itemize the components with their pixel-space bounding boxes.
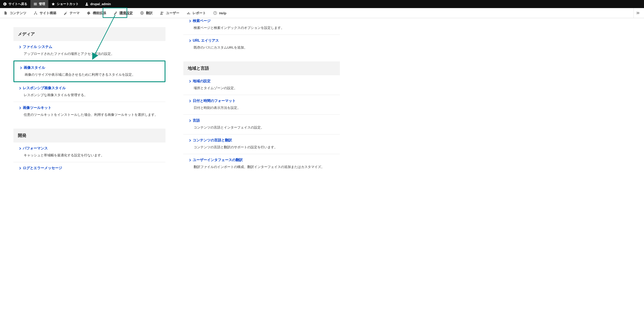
config-item-datetime: 日付と時間のフォーマット 日付と時刻の表示方法を設定。 <box>183 95 340 115</box>
config-link-responsive-image[interactable]: レスポンシブ画像スタイル <box>19 86 164 90</box>
admin-menu-label: ユーザー <box>166 11 179 15</box>
admin-menu-label: レポート <box>192 11 206 15</box>
admin-menu-structure[interactable]: サイト構築 <box>30 8 60 18</box>
people-icon <box>160 11 164 15</box>
admin-menu-label: コンテンツ <box>10 11 26 15</box>
config-desc: 既存のパスにカスタムURLを追加。 <box>189 45 339 50</box>
hamburger-icon <box>34 2 37 6</box>
admin-menu-label: サイト構築 <box>40 11 56 15</box>
config-item-regional: 地域の設定 場所とタイムゾーンの設定。 <box>183 75 340 95</box>
svg-rect-10 <box>188 12 189 14</box>
admin-menu-label: 機能拡張 <box>93 11 106 15</box>
config-item-image-toolkit: 画像ツールキット 任意のツールキットをインストールした場合、利用する画像ツールキ… <box>14 102 166 121</box>
extend-icon <box>87 11 91 15</box>
admin-menu-content[interactable]: コンテンツ <box>0 8 30 18</box>
config-link-ui-translation[interactable]: ユーザーインタフェースの翻訳 <box>189 158 339 162</box>
config-item-ui-translation: ユーザーインタフェースの翻訳 翻訳ファイルのインポートの構成、翻訳インターフェイ… <box>183 154 340 174</box>
admin-menu-help[interactable]: ? Help <box>210 8 230 18</box>
config-link-url-alias[interactable]: URL エイリアス <box>189 38 339 43</box>
config-desc: コンテンツの言語と翻訳のサポートの設定を行います。 <box>189 144 339 150</box>
config-link-image-styles[interactable]: 画像スタイル <box>20 65 162 70</box>
chevron-right-icon <box>18 87 21 89</box>
config-desc: 検索ページと検索インデックスのオプションを設定します。 <box>189 25 339 31</box>
content-wrap: メディア ファイル システム アップロードされたファイルの場所とアクセス方法の設… <box>0 18 644 174</box>
svg-point-1 <box>86 3 88 4</box>
translate-icon <box>140 11 144 15</box>
chevron-right-icon <box>18 147 21 150</box>
config-item-search-pages: 検索ページ 検索ページと検索インデックスのオプションを設定します。 <box>183 19 340 35</box>
admin-menu-label: 環境設定 <box>120 11 133 15</box>
config-item-language: 言語 コンテンツの言語とインターフェイスの設定。 <box>183 115 340 134</box>
svg-text:?: ? <box>214 12 216 14</box>
chevron-right-icon <box>18 167 21 169</box>
star-icon <box>52 2 55 6</box>
content-icon <box>4 11 8 15</box>
admin-menu-config[interactable]: 環境設定 <box>110 8 136 18</box>
svg-point-8 <box>162 12 164 13</box>
config-link-performance[interactable]: パフォーマンス <box>19 146 164 151</box>
config-desc: キャッシュと帯域幅を最適化する設定を行ないます。 <box>19 152 164 158</box>
back-to-site-link[interactable]: サイトへ戻る <box>0 0 30 8</box>
config-desc: 場所とタイムゾーンの設定。 <box>189 85 339 91</box>
back-icon <box>3 2 7 6</box>
shortcuts-link[interactable]: ショートカット <box>48 0 82 8</box>
admin-menu-label: Help <box>219 11 226 15</box>
chevron-right-icon <box>18 46 21 48</box>
top-toolbar: サイトへ戻る 管理 ショートカット drupal_admin <box>0 0 644 8</box>
manage-toggle[interactable]: 管理 <box>30 0 48 8</box>
config-link-regional[interactable]: 地域の設定 <box>189 79 339 84</box>
chevron-right-icon <box>188 119 191 122</box>
config-link-language[interactable]: 言語 <box>189 118 339 123</box>
chevron-right-icon <box>188 39 191 42</box>
user-icon <box>85 2 88 6</box>
config-desc: レスポンシブな画像スタイルを管理する。 <box>19 92 164 98</box>
admin-menu-right-group <box>634 8 644 18</box>
config-item-performance: パフォーマンス キャッシュと帯域幅を最適化する設定を行ないます。 <box>14 142 166 162</box>
svg-point-5 <box>116 12 117 13</box>
svg-rect-11 <box>190 14 190 14</box>
config-desc: 日付と時刻の表示方法を設定。 <box>189 105 339 110</box>
config-desc: 任意のツールキットをインストールした場合、利用する画像ツールキットを選択します。 <box>19 112 164 117</box>
config-item-responsive-image: レスポンシブ画像スタイル レスポンシブな画像スタイルを管理する。 <box>14 82 166 102</box>
config-link-logging[interactable]: ログとエラーメッセージ <box>19 166 164 171</box>
admin-menu-reports[interactable]: レポート <box>183 8 210 18</box>
appearance-icon <box>64 11 68 15</box>
admin-menu-appearance[interactable]: テーマ <box>60 8 83 18</box>
help-icon: ? <box>213 11 217 15</box>
chevron-right-icon <box>188 159 191 161</box>
config-desc: 翻訳ファイルのインポートの構成、翻訳インターフェイスの追加またはカスタマイズ。 <box>189 164 339 170</box>
config-link-file-system[interactable]: ファイル システム <box>19 45 164 49</box>
config-link-image-toolkit[interactable]: 画像ツールキット <box>19 105 164 110</box>
region-section-header: 地域と言語 <box>183 61 340 75</box>
svg-point-0 <box>3 3 6 6</box>
admin-menu-label: 翻訳 <box>146 11 153 15</box>
config-link-content-language[interactable]: コンテンツの言語と翻訳 <box>189 138 339 143</box>
svg-rect-9 <box>187 13 188 14</box>
orientation-toggle[interactable] <box>634 8 643 18</box>
reports-icon <box>186 11 190 15</box>
config-item-image-styles: 画像スタイル 画像のリサイズや表示域に適合させるために利用できるスタイルを設定。 <box>14 61 166 82</box>
dev-section-header: 開発 <box>14 129 166 142</box>
config-link-datetime[interactable]: 日付と時間のフォーマット <box>189 99 339 103</box>
svg-point-3 <box>34 14 35 15</box>
admin-menu-label: テーマ <box>70 11 80 15</box>
admin-menu-translate[interactable]: 翻訳 <box>136 8 156 18</box>
chevron-right-icon <box>188 139 191 141</box>
config-item-logging: ログとエラーメッセージ <box>14 162 166 171</box>
config-desc: アップロードされたファイルの場所とアクセス方法の設定。 <box>19 51 164 56</box>
admin-menu-extend[interactable]: 機能拡張 <box>83 8 110 18</box>
config-item-url-alias: URL エイリアス 既存のパスにカスタムURLを追加。 <box>183 35 340 54</box>
config-link-search-pages[interactable]: 検索ページ <box>189 19 339 23</box>
svg-point-2 <box>35 12 36 12</box>
chevron-right-icon <box>188 100 191 102</box>
config-desc: コンテンツの言語とインターフェイスの設定。 <box>189 125 339 130</box>
admin-menu-people[interactable]: ユーザー <box>156 8 183 18</box>
user-link[interactable]: drupal_admin <box>82 0 114 8</box>
svg-point-7 <box>161 12 162 13</box>
config-desc: 画像のリサイズや表示域に適合させるために利用できるスタイルを設定。 <box>20 72 162 77</box>
admin-menu: コンテンツ サイト構築 テーマ 機能拡張 環境設定 翻訳 ユーザー レポート ?… <box>0 8 644 18</box>
chevron-right-icon <box>19 67 22 69</box>
back-label: サイトへ戻る <box>8 2 27 6</box>
svg-point-4 <box>36 14 37 15</box>
chevron-right-icon <box>188 20 191 22</box>
